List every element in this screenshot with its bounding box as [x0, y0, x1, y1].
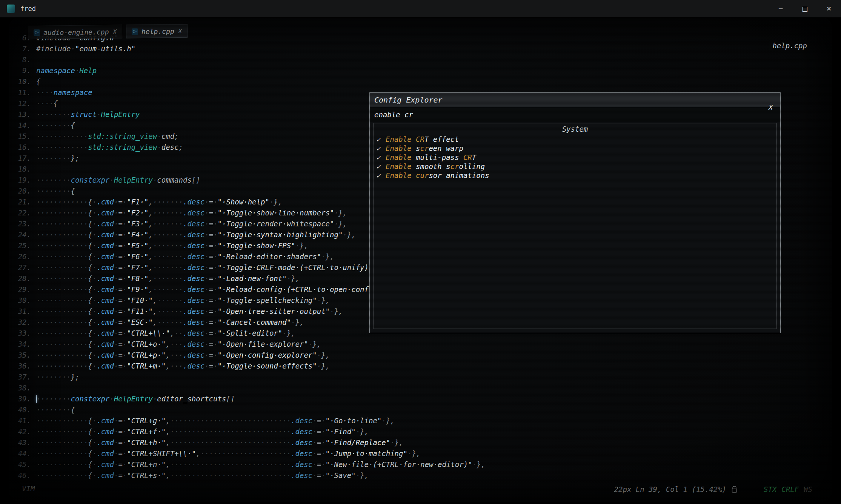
code-text: ············std::string_view·cmd;: [36, 131, 179, 142]
status-flag-stx: STX: [764, 485, 776, 493]
config-option[interactable]: ✓Enable multi-pass CRT: [374, 153, 776, 162]
config-section-header: System: [374, 124, 776, 134]
dialog-close-button[interactable]: X: [769, 103, 773, 111]
code-text: ············{·.cmd·=·"F8·",·······.desc·…: [36, 273, 300, 284]
line-number: 18.: [9, 164, 31, 175]
code-line: 39.········constexpr·HelpEntry·editor_sh…: [9, 393, 832, 404]
checkbox-checked-icon[interactable]: ✓: [376, 171, 382, 180]
code-text: ········constexpr·HelpEntry·commands[]: [36, 175, 200, 186]
tab-close-icon[interactable]: X: [113, 28, 117, 35]
code-text: ············{·.cmd·=·"F5·",·······.desc·…: [36, 240, 308, 251]
code-line: 45.············{·.cmd·=·"CTRL+n·",······…: [9, 459, 832, 470]
tab-close-icon[interactable]: X: [178, 27, 182, 34]
checkbox-checked-icon[interactable]: ✓: [376, 135, 382, 144]
checkbox-checked-icon[interactable]: ✓: [376, 144, 382, 153]
checkbox-checked-icon[interactable]: ✓: [376, 153, 382, 162]
vim-mode-indicator: VIM: [22, 484, 35, 493]
line-number: 8.: [9, 54, 31, 65]
code-text: ············{·.cmd·=·"CTRL+m·",···.desc·…: [36, 361, 330, 372]
app-icon: [7, 5, 15, 13]
cpp-file-icon: C+: [34, 29, 40, 35]
status-flag-ws: WS: [804, 485, 812, 493]
code-line: 41.············{·.cmd·=·"CTRL+g·",······…: [9, 415, 832, 426]
config-options-panel: System ✓Enable CRT effect✓Enable screen …: [374, 123, 776, 329]
code-text: ············{·.cmd·=·"CTRL+s·",·········…: [36, 470, 369, 481]
config-explorer-title: Config Explorer: [374, 95, 443, 104]
line-number: 15.: [9, 131, 31, 142]
lock-icon: [732, 486, 737, 493]
line-number: 26.: [9, 251, 31, 262]
line-number: 16.: [9, 142, 31, 153]
line-number: 34.: [9, 339, 31, 350]
code-text: ········{: [36, 186, 75, 197]
code-text: ············{·.cmd·=·"CTRL+f·",·········…: [36, 426, 369, 437]
maximize-button[interactable]: □: [793, 0, 817, 17]
tab-bar: C+audio-engine.cppXC+help.cppX: [28, 24, 188, 39]
code-line: 36.············{·.cmd·=·"CTRL+m·",···.de…: [9, 361, 832, 372]
config-option[interactable]: ✓Enable CRT effect: [374, 135, 776, 144]
config-explorer-dialog: Config Explorer X enable cr System ✓Enab…: [369, 92, 781, 333]
status-right-cluster: 22px Ln 39, Col 1 (15.42%) STXCRLFWS: [614, 485, 812, 493]
config-option[interactable]: ✓Enable smooth scrolling: [374, 162, 776, 171]
code-text: ············{·.cmd·=·"CTRL+\\·",··.desc·…: [36, 328, 295, 339]
config-search-input[interactable]: enable cr: [370, 108, 780, 122]
code-text: #include·"enum-utils.h": [36, 43, 135, 54]
code-line: 46.············{·.cmd·=·"CTRL+s·",······…: [9, 470, 832, 481]
line-number: 33.: [9, 328, 31, 339]
line-number: 46.: [9, 470, 31, 481]
line-number: 10.: [9, 76, 31, 87]
line-number: 21.: [9, 197, 31, 207]
line-number: 27.: [9, 262, 31, 273]
config-options-list: ✓Enable CRT effect✓Enable screen warp✓En…: [374, 135, 776, 180]
code-text: {: [36, 76, 40, 87]
code-text: ············{·.cmd·=·"F7·",·······.desc·…: [36, 262, 386, 273]
line-number: 36.: [9, 361, 31, 372]
code-text: ········};: [36, 153, 79, 164]
cpp-file-icon: C+: [132, 28, 138, 35]
tab-audio-engine.cpp[interactable]: C+audio-engine.cppX: [28, 25, 122, 40]
line-number: 28.: [9, 273, 31, 284]
checkbox-checked-icon[interactable]: ✓: [376, 162, 382, 171]
tab-help.cpp[interactable]: C+help.cppX: [126, 24, 188, 38]
line-number: 19.: [9, 175, 31, 186]
config-option-label: Enable CRT effect: [386, 135, 459, 144]
window-titlebar: fred ─□✕: [0, 0, 841, 18]
config-option[interactable]: ✓Enable screen warp: [374, 144, 776, 153]
config-option-label: Enable screen warp: [386, 144, 463, 153]
line-number: 20.: [9, 186, 31, 197]
code-text: ············{·.cmd·=·"CTRL+n·",·········…: [36, 459, 485, 470]
line-number: 32.: [9, 317, 31, 328]
line-number: 37.: [9, 372, 31, 383]
code-text: ············{·.cmd·=·"F10·",······.desc·…: [36, 295, 330, 306]
code-text: ····namespace: [36, 87, 92, 98]
line-number: 11.: [9, 87, 31, 98]
status-flag-crlf: CRLF: [781, 485, 799, 493]
line-number: 14.: [9, 120, 31, 131]
code-line: 8.: [9, 54, 832, 65]
line-number: 22.: [9, 207, 31, 218]
line-number: 35.: [9, 350, 31, 361]
code-text: ············{·.cmd·=·"F6·",·······.desc·…: [36, 251, 334, 262]
code-text: ········constexpr·HelpEntry·editor_short…: [36, 393, 235, 404]
code-line: 37.········};: [9, 372, 832, 383]
code-line: 9.namespace·Help: [9, 65, 832, 76]
filename-overlay: help.cpp: [769, 41, 810, 51]
line-number: 13.: [9, 109, 31, 120]
line-number: 42.: [9, 426, 31, 437]
line-number: 23.: [9, 218, 31, 229]
code-text: ····{: [36, 98, 58, 109]
window-title: fred: [20, 5, 36, 12]
close-button[interactable]: ✕: [817, 0, 841, 17]
line-number: 17.: [9, 153, 31, 164]
minimize-button[interactable]: ─: [769, 0, 793, 17]
line-number: 24.: [9, 229, 31, 240]
code-text: ········{: [36, 120, 75, 131]
code-text: ········struct·HelpEntry: [36, 109, 140, 120]
code-text: ············{·.cmd·=·"F1·",·······.desc·…: [36, 197, 282, 207]
code-line: 38.: [9, 383, 832, 393]
config-option[interactable]: ✓Enable cursor animations: [374, 171, 776, 180]
code-text: ············{·.cmd·=·"CTRL+h·",·········…: [36, 437, 403, 448]
code-text: ············{·.cmd·=·"CTRL+SHIFT+\\·",··…: [36, 448, 420, 459]
code-text: ············std::string_view·desc;: [36, 142, 183, 153]
line-number: 41.: [9, 415, 31, 426]
